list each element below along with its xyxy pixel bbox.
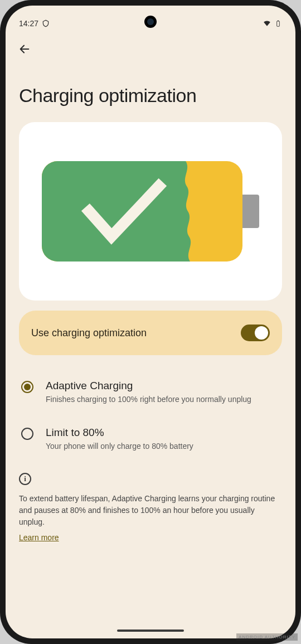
battery-status-icon (274, 20, 282, 27)
illustration-card (19, 122, 282, 301)
option-description: Your phone will only charge to 80% batte… (46, 441, 276, 452)
toggle-switch[interactable] (241, 325, 270, 341)
toggle-card[interactable]: Use charging optimization (19, 311, 282, 355)
camera-notch (144, 16, 157, 28)
back-button[interactable] (16, 40, 33, 58)
info-icon: i (19, 473, 31, 485)
toggle-knob (255, 326, 268, 340)
info-text: To extend battery lifespan, Adaptive Cha… (19, 493, 282, 528)
learn-more-link[interactable]: Learn more (19, 533, 59, 542)
info-section: i To extend battery lifespan, Adaptive C… (19, 473, 282, 543)
status-time: 14:27 (19, 19, 38, 28)
option-adaptive-charging[interactable]: Adaptive Charging Finishes charging to 1… (21, 380, 282, 405)
radio-button[interactable] (21, 381, 33, 393)
wifi-icon (263, 20, 271, 27)
shield-icon (42, 20, 50, 27)
radio-button[interactable] (21, 428, 33, 440)
option-description: Finishes charging to 100% right before y… (46, 394, 276, 405)
svg-rect-1 (278, 21, 279, 21)
option-limit-80[interactable]: Limit to 80% Your phone will only charge… (21, 427, 282, 452)
svg-rect-0 (277, 21, 280, 26)
arrow-left-icon (18, 43, 31, 55)
watermark: ANDROID AUTHORITY (236, 633, 298, 641)
page-title: Charging optimization (19, 85, 282, 106)
home-indicator[interactable] (117, 630, 184, 632)
battery-illustration (42, 156, 259, 267)
option-title: Adaptive Charging (46, 380, 276, 392)
option-title: Limit to 80% (46, 427, 276, 439)
toggle-label: Use charging optimization (31, 327, 147, 339)
